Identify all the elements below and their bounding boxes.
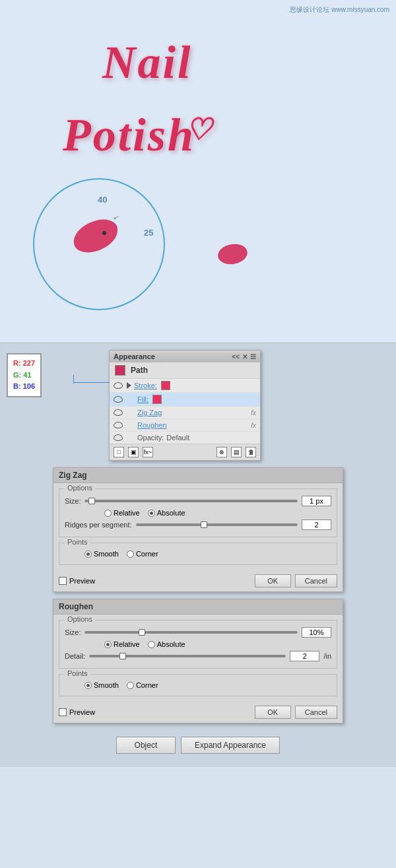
roughen-absolute-label: Absolute: [157, 640, 185, 648]
zigzag-type-radio-group: Relative Absolute: [104, 509, 331, 517]
roughen-detail-thumb[interactable]: [119, 653, 126, 659]
zigzag-ridges-input[interactable]: [302, 519, 331, 530]
panel-control-arrows[interactable]: <<: [232, 353, 240, 360]
zigzag-ridges-slider[interactable]: [136, 523, 298, 526]
b-value: B: 106: [13, 381, 35, 393]
roughen-ok-button[interactable]: OK: [255, 706, 291, 719]
roughen-label[interactable]: Roughen: [137, 421, 167, 429]
fx-icon[interactable]: fx~: [143, 447, 153, 457]
roughen-corner-label: Corner: [136, 681, 158, 689]
panel-menu-btn[interactable]: ☰: [250, 353, 256, 360]
zigzag-label[interactable]: Zig Zag: [137, 409, 162, 417]
expand-appearance-button[interactable]: Expand Appearance: [181, 737, 280, 754]
roughen-row: Roughen fx: [110, 419, 260, 432]
zigzag-points-radio-group: Smooth Corner: [84, 550, 331, 558]
zigzag-preview-checkbox[interactable]: [59, 577, 67, 585]
roughen-options-legend: Options: [65, 615, 95, 623]
roughen-fx-badge: fx: [251, 422, 256, 429]
duplicate2-icon[interactable]: ▤: [231, 447, 242, 457]
roughen-detail-slider[interactable]: [89, 655, 286, 657]
roughen-detail-unit: /in: [323, 652, 331, 660]
roughen-preview-label: Preview: [69, 708, 95, 716]
roughen-smooth-circle[interactable]: [84, 682, 92, 689]
zigzag-preview-label: Preview: [69, 577, 95, 585]
zigzag-corner-circle[interactable]: [127, 551, 134, 558]
roughen-dialog: Roughen Options Size: Relative Absolute: [53, 599, 343, 723]
roughen-cancel-button[interactable]: Cancel: [295, 706, 337, 719]
color-indicator: R: 227 G: 41 B: 106: [7, 353, 42, 397]
delete-icon[interactable]: 🗑: [246, 447, 256, 457]
roughen-relative-radio[interactable]: Relative: [104, 640, 140, 648]
zigzag-size-thumb[interactable]: [88, 498, 95, 504]
panel-header-label: Path: [131, 366, 148, 375]
zigzag-relative-label: Relative: [114, 509, 140, 517]
stroke-color-swatch[interactable]: [161, 381, 170, 390]
zigzag-smooth-circle[interactable]: [84, 551, 92, 558]
roughen-absolute-radio[interactable]: Absolute: [148, 640, 185, 648]
roughen-detail-label: Detail:: [65, 652, 85, 660]
roughen-smooth-radio[interactable]: Smooth: [84, 681, 119, 689]
panel-close-btn[interactable]: ✕: [242, 353, 248, 360]
zigzag-points-legend: Points: [65, 538, 90, 546]
roughen-preview-checkbox[interactable]: [59, 708, 67, 716]
zigzag-absolute-circle[interactable]: [148, 510, 155, 517]
new-layer-icon[interactable]: □: [114, 447, 124, 457]
zigzag-ridges-thumb[interactable]: [201, 521, 207, 528]
zigzag-ridges-label: Ridges per segment:: [65, 521, 132, 529]
roughen-relative-label: Relative: [114, 640, 140, 648]
stroke-expand-icon[interactable]: [127, 382, 131, 389]
zigzag-preview-checkbox-row[interactable]: Preview: [59, 577, 95, 585]
roughen-size-row: Size:: [65, 627, 331, 638]
roughen-preview-checkbox-row[interactable]: Preview: [59, 708, 95, 716]
zigzag-size-label: Size:: [65, 497, 81, 505]
bottom-toolbar: Object Expand Appearance: [7, 730, 389, 760]
polish-text: P: [63, 110, 93, 160]
duplicate-icon[interactable]: ▣: [128, 447, 139, 457]
roughen-detail-input[interactable]: [290, 651, 319, 661]
fill-visibility-icon[interactable]: [114, 396, 123, 403]
roughen-corner-radio[interactable]: Corner: [127, 681, 158, 689]
zigzag-options-section: Options Size: Relative Absolute: [59, 488, 337, 537]
roughen-buttons: OK Cancel: [255, 706, 337, 719]
fill-row: Fill:: [110, 393, 260, 407]
zigzag-smooth-radio[interactable]: Smooth: [84, 550, 119, 558]
roughen-visibility-icon[interactable]: [114, 422, 123, 428]
roughen-corner-circle[interactable]: [127, 682, 134, 689]
zigzag-points-section: Points Smooth Corner: [59, 543, 337, 565]
fill-label[interactable]: Fill:: [137, 395, 148, 403]
zigzag-size-input[interactable]: [302, 496, 331, 506]
polish-text-container: Potish ♡: [63, 109, 195, 162]
roughen-absolute-circle[interactable]: [148, 641, 155, 648]
zigzag-smooth-label: Smooth: [94, 550, 119, 558]
roughen-type-radio-group: Relative Absolute: [104, 640, 331, 648]
opacity-visibility-icon[interactable]: [114, 434, 123, 441]
zigzag-size-slider[interactable]: [84, 500, 298, 502]
stroke-visibility-icon[interactable]: [114, 382, 123, 389]
object-button[interactable]: Object: [116, 737, 176, 754]
zigzag-visibility-icon[interactable]: [114, 409, 123, 416]
roughen-size-slider[interactable]: [84, 631, 298, 634]
zigzag-relative-radio[interactable]: Relative: [104, 509, 140, 517]
zigzag-corner-label: Corner: [136, 550, 158, 558]
roughen-dialog-footer: Preview OK Cancel: [53, 702, 343, 723]
appearance-panel: Appearance << ✕ ☰ Path Stroke: Fill:: [109, 350, 261, 461]
zigzag-relative-circle[interactable]: [104, 510, 112, 517]
roughen-size-input[interactable]: [302, 627, 331, 638]
zigzag-options-legend: Options: [65, 484, 95, 492]
roughen-points-radio-group: Smooth Corner: [84, 681, 331, 689]
opacity-row: Opacity: Default: [110, 432, 260, 444]
zigzag-cancel-button[interactable]: Cancel: [295, 574, 337, 587]
stroke-label[interactable]: Stroke:: [134, 382, 157, 389]
roughen-relative-circle[interactable]: [104, 641, 112, 648]
roughen-points-legend: Points: [65, 669, 90, 677]
zigzag-row: Zig Zag fx: [110, 407, 260, 419]
roughen-points-section: Points Smooth Corner: [59, 674, 337, 696]
stroke-row: Stroke:: [110, 379, 260, 393]
zigzag-absolute-radio[interactable]: Absolute: [148, 509, 185, 517]
watermark: 思缘设计论坛 www.missyuan.com: [290, 5, 389, 15]
roughen-size-thumb[interactable]: [139, 629, 145, 636]
zigzag-corner-radio[interactable]: Corner: [127, 550, 158, 558]
fill-color-swatch[interactable]: [152, 395, 162, 404]
cancel-icon[interactable]: ⊗: [216, 447, 227, 457]
zigzag-ok-button[interactable]: OK: [255, 574, 291, 587]
